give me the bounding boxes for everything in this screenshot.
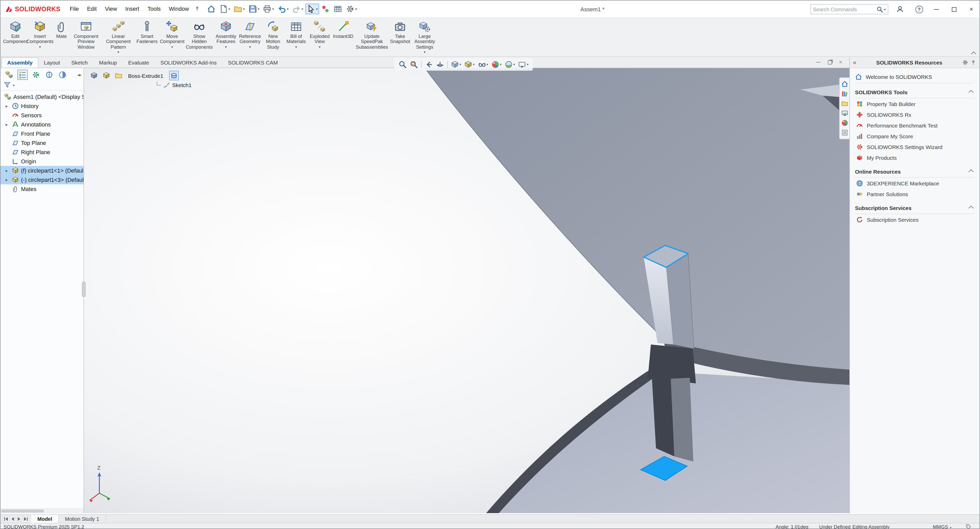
panel-splitter-handle[interactable] xyxy=(82,282,86,297)
component-preview-window-button[interactable]: Component Preview Window xyxy=(70,19,102,56)
tab-motion-study-1[interactable]: Motion Study 1 xyxy=(59,515,106,523)
subscription-services-link[interactable]: Subscription Services xyxy=(855,214,974,225)
search-dropdown-caret[interactable]: ▾ xyxy=(884,8,886,11)
minimize-button[interactable] xyxy=(929,3,944,15)
dropdown-caret[interactable]: ▾ xyxy=(39,45,41,49)
scrollbar-thumb[interactable] xyxy=(1,510,44,513)
expand-arrow-icon[interactable]: ▸ xyxy=(6,104,11,108)
select-tool-button[interactable]: ▾ xyxy=(305,3,320,14)
tab-solidworks-cam[interactable]: SOLIDWORKS CAM xyxy=(222,57,283,68)
dropdown-caret[interactable]: ▾ xyxy=(287,7,289,11)
appearances-scenes-tab-icon[interactable] xyxy=(841,119,848,127)
status-units-selector[interactable]: MMGS ▾ xyxy=(933,524,951,529)
save-button[interactable]: ▾ xyxy=(247,3,261,14)
linear-component-pattern-button[interactable]: Linear Component Pattern ▾ xyxy=(102,19,135,56)
file-explorer-tab-icon[interactable] xyxy=(841,100,848,107)
performance-benchmark-link[interactable]: Performance Benchmark Test xyxy=(855,120,974,130)
previous-tab-icon[interactable] xyxy=(10,516,15,521)
edit-appearance-button[interactable]: ▾ xyxy=(491,60,502,68)
tab-model[interactable]: Model xyxy=(31,515,59,523)
menu-tools[interactable]: Tools xyxy=(143,0,165,17)
tree-item-mates[interactable]: ▸ Mates xyxy=(0,184,83,194)
task-pane-collapse-button[interactable]: « xyxy=(853,59,856,65)
body-folder-icon[interactable] xyxy=(115,72,123,79)
dropdown-caret[interactable]: ▾ xyxy=(319,45,320,49)
take-snapshot-button[interactable]: Take Snapshot xyxy=(389,19,411,56)
new-document-button[interactable]: ▾ xyxy=(218,3,232,14)
zoom-to-fit-button[interactable] xyxy=(399,60,407,68)
tree-item-history[interactable]: ▸ History xyxy=(0,102,83,111)
redo-button[interactable]: ▾ xyxy=(291,3,305,14)
dropdown-caret[interactable]: ▾ xyxy=(301,7,303,11)
part-icon[interactable] xyxy=(102,72,110,79)
tree-item-annotations[interactable]: ▸ Annotations xyxy=(0,120,83,129)
view-orientation-button[interactable]: ▾ xyxy=(451,60,461,68)
next-tab-icon[interactable] xyxy=(17,516,22,521)
gear-mesh-gap[interactable] xyxy=(648,345,696,384)
tab-assembly[interactable]: Assembly xyxy=(2,57,38,68)
bottom-slot-right-wall[interactable] xyxy=(671,378,694,461)
tab-markup[interactable]: Markup xyxy=(94,57,123,68)
panel-tab-scroll-arrows[interactable]: ◂▸ xyxy=(77,73,81,77)
dropdown-caret[interactable]: ▾ xyxy=(272,7,274,11)
view-palette-tab-icon[interactable] xyxy=(841,110,848,117)
graphics-viewport[interactable]: Z Boss-Extrude1 Sketch1 xyxy=(84,68,850,513)
task-pane-pin-icon[interactable] xyxy=(970,59,977,65)
maximize-button[interactable] xyxy=(946,3,962,15)
expand-arrow-icon[interactable]: ▸ xyxy=(6,168,11,173)
selection-filter-button[interactable] xyxy=(320,3,332,14)
tree-item-top-plane[interactable]: ▸ Top Plane xyxy=(0,138,83,148)
dropdown-caret[interactable]: ▾ xyxy=(225,45,227,49)
reference-geometry-button[interactable]: Reference Geometry ▾ xyxy=(238,19,262,56)
help-button[interactable]: ? xyxy=(913,5,925,14)
tree-item-origin[interactable]: ▸ Origin xyxy=(0,157,83,166)
dropdown-caret[interactable]: ▾ xyxy=(513,62,515,66)
view-settings-button[interactable]: ▾ xyxy=(518,60,529,68)
dropdown-caret[interactable]: ▾ xyxy=(487,62,488,66)
dropdown-caret[interactable]: ▾ xyxy=(424,50,425,54)
solidworks-rx-link[interactable]: SOLIDWORKS Rx xyxy=(855,109,974,120)
partner-solutions-link[interactable]: Partner Solutions xyxy=(855,189,974,199)
settings-wizard-link[interactable]: SOLIDWORKS Settings Wizard xyxy=(855,141,974,152)
property-tab-builder-link[interactable]: Property Tab Builder xyxy=(855,98,974,109)
previous-view-button[interactable] xyxy=(425,60,433,68)
component-icon[interactable] xyxy=(90,72,98,79)
tree-item-circlepart1-3[interactable]: ▸ (-) circlepart1<3> (Default xyxy=(0,175,83,184)
sketch-icon[interactable] xyxy=(163,81,170,89)
filter-dropdown-caret[interactable]: ▾ xyxy=(13,83,14,87)
my-products-link[interactable]: My Products xyxy=(855,152,974,163)
design-library-tab-icon[interactable] xyxy=(841,90,848,97)
search-commands-box[interactable]: ▾ xyxy=(810,4,888,14)
design-table-button[interactable] xyxy=(332,3,344,14)
instant3d-button[interactable]: Instant3D xyxy=(331,19,355,56)
search-icon[interactable] xyxy=(877,6,883,13)
menu-pin-icon[interactable] xyxy=(194,5,200,13)
move-component-button[interactable]: Move Component ▾ xyxy=(159,19,185,56)
close-button[interactable]: × xyxy=(964,3,979,15)
dropdown-caret[interactable]: ▾ xyxy=(295,45,297,49)
assembly-features-button[interactable]: Assembly Features ▾ xyxy=(214,19,238,56)
expand-arrow-icon[interactable]: ▸ xyxy=(6,122,11,127)
dropdown-caret[interactable]: ▾ xyxy=(527,62,529,66)
tree-root-assembly[interactable]: Assem1 (Default) <Display Sta xyxy=(0,92,83,102)
exploded-view-button[interactable]: Exploded View ▾ xyxy=(308,19,331,56)
section-online-resources[interactable]: Online Resources xyxy=(855,166,974,178)
print-button[interactable]: ▾ xyxy=(261,3,275,14)
show-hidden-components-button[interactable]: Show Hidden Components xyxy=(185,19,214,56)
doc-restore-icon[interactable] xyxy=(827,60,832,64)
last-tab-icon[interactable] xyxy=(24,516,28,521)
compare-my-score-link[interactable]: Compare My Score xyxy=(855,130,974,141)
menu-window[interactable]: Window xyxy=(165,0,193,17)
breadcrumb-sketch-label[interactable]: Sketch1 xyxy=(172,82,192,88)
menu-view[interactable]: View xyxy=(101,0,121,17)
section-view-button[interactable] xyxy=(436,60,444,68)
dropdown-caret[interactable]: ▾ xyxy=(355,7,357,11)
dropdown-caret[interactable]: ▾ xyxy=(117,50,119,54)
hide-show-items-button[interactable]: ▾ xyxy=(478,60,488,68)
section-solidworks-tools[interactable]: SOLIDWORKS Tools xyxy=(855,87,974,98)
custom-properties-tab-icon[interactable] xyxy=(841,129,848,136)
menu-file[interactable]: File xyxy=(65,0,83,17)
first-tab-icon[interactable] xyxy=(3,516,8,521)
doc-minimize-icon[interactable] xyxy=(816,62,821,62)
dropdown-caret[interactable]: ▾ xyxy=(258,7,259,11)
